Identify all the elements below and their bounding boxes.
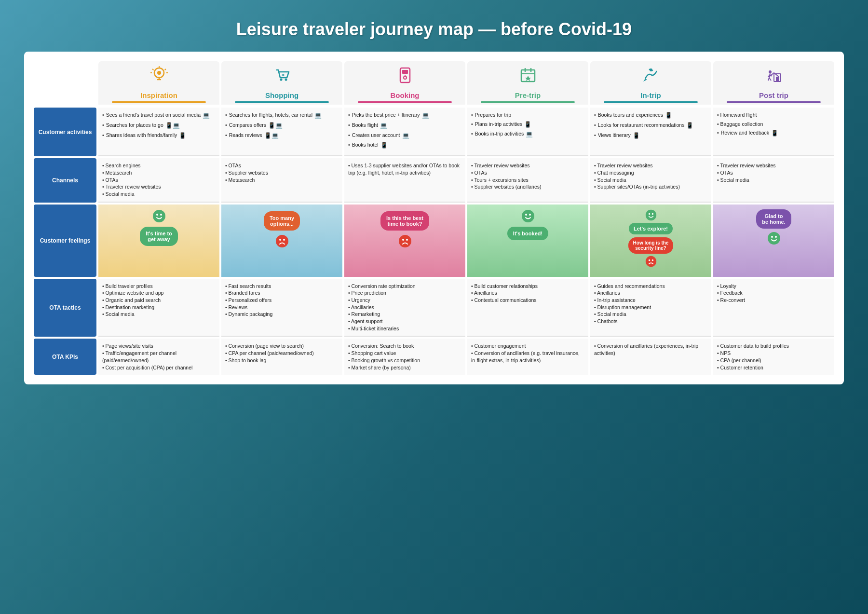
svg-point-39: [406, 239, 408, 241]
feeling-bubble-intrip-bad: How long is thesecurity line?: [628, 237, 674, 254]
happy-smiley-intrip: [645, 209, 657, 221]
channels-pretrip: • Traveler review websites • OTAs • Tour…: [467, 158, 588, 202]
posttrip-underline: [727, 101, 820, 103]
feeling-bubble-shopping: Too manyoptions...: [264, 211, 300, 231]
svg-point-38: [402, 239, 404, 241]
channels-posttrip: • Traveler review websites • OTAs • Soci…: [713, 158, 834, 202]
activities-inspiration: • Sees a friend's travel post on social …: [98, 108, 219, 156]
activities-label: Customer activities: [34, 108, 96, 156]
svg-point-36: [283, 239, 285, 241]
svg-marker-21: [525, 76, 531, 81]
tactics-booking: • Conversion rate optimization • Price p…: [344, 279, 465, 337]
tactics-pretrip: • Build customer relationships • Ancilla…: [467, 279, 588, 337]
intrip-icon: [641, 65, 661, 88]
inspiration-label: Inspiration: [140, 91, 177, 99]
feelings-section: Customer feelings It's time toget away T…: [34, 205, 834, 277]
activities-intrip: • Books tours and experiences 📱 • Looks …: [590, 108, 711, 156]
svg-point-33: [160, 214, 162, 216]
booking-icon: [395, 65, 415, 88]
intrip-underline: [604, 101, 697, 103]
kpis-section: OTA KPIs • Page views/site visits • Traf…: [34, 339, 834, 375]
svg-point-37: [399, 235, 411, 247]
feeling-posttrip: Glad tobe home.: [713, 205, 834, 277]
feeling-bubble-pretrip: It's booked!: [507, 227, 548, 240]
svg-point-9: [280, 79, 282, 81]
intrip-label: In-trip: [640, 91, 661, 99]
shopping-underline: [235, 101, 328, 103]
svg-point-15: [404, 76, 407, 79]
tactics-intrip: • Guides and recommendations • Ancillari…: [590, 279, 711, 337]
svg-point-50: [771, 236, 773, 238]
svg-point-41: [525, 214, 527, 216]
booking-label: Booking: [391, 91, 420, 99]
phase-header-inspiration: Inspiration: [98, 61, 219, 105]
svg-rect-14: [402, 70, 408, 74]
kpis-booking: • Conversion: Search to book • Shopping …: [344, 339, 465, 375]
inspiration-underline: [112, 101, 205, 103]
feeling-inspiration: It's time toget away: [98, 205, 219, 277]
phase-header-posttrip: Post trip: [713, 61, 834, 105]
pretrip-underline: [481, 101, 574, 103]
kpis-inspiration: • Page views/site visits • Traffic/engag…: [98, 339, 219, 375]
svg-point-42: [529, 214, 531, 216]
svg-point-32: [156, 214, 158, 216]
activities-posttrip: • Homeward flight • Baggage collection •…: [713, 108, 834, 156]
tactics-label: OTA tactics: [34, 279, 96, 337]
feeling-bubble-posttrip: Glad tobe home.: [756, 209, 791, 229]
booking-underline: [358, 101, 451, 103]
svg-line-5: [164, 69, 166, 70]
phase-header-shopping: Shopping: [221, 61, 342, 105]
svg-point-44: [648, 213, 650, 214]
tactics-inspiration: • Build traveler profiles • Optimize web…: [98, 279, 219, 337]
channels-label: Channels: [34, 158, 96, 202]
pretrip-label: Pre-trip: [515, 91, 541, 99]
happy-smiley-inspiration: [152, 209, 166, 223]
inspiration-icon: [149, 65, 169, 88]
channels-shopping: • OTAs • Supplier websites • Metasearch: [221, 158, 342, 202]
svg-point-40: [522, 210, 534, 222]
svg-line-28: [769, 78, 771, 81]
svg-rect-24: [776, 77, 779, 82]
svg-point-49: [768, 232, 780, 245]
sad-smiley-booking: [398, 234, 412, 248]
svg-point-48: [651, 259, 653, 260]
phase-header-intrip: In-trip: [590, 61, 711, 105]
activities-inspiration-content: • Sees a friend's travel post on social …: [102, 111, 216, 141]
header-row: Inspiration Shopping: [34, 61, 834, 105]
kpis-shopping: • Conversion (page view to search) • CPA…: [221, 339, 342, 375]
channels-section: Channels • Search engines • Metasearch •…: [34, 158, 834, 202]
posttrip-label: Post trip: [759, 91, 788, 99]
tactics-section: OTA tactics • Build traveler profiles • …: [34, 279, 834, 337]
tactics-shopping: • Fast search results • Branded fares • …: [221, 279, 342, 337]
activities-booking: • Picks the best price + Itinerary 💻 • B…: [344, 108, 465, 156]
shopping-label: Shopping: [265, 91, 298, 99]
feeling-bubble-inspiration: It's time toget away: [140, 227, 178, 246]
shopping-icon: [272, 65, 292, 88]
tactics-posttrip: • Loyalty • Feedback • Re-convert: [713, 279, 834, 337]
phase-header-pretrip: Pre-trip: [467, 61, 588, 105]
happy-smiley-pretrip: [521, 209, 535, 223]
svg-point-47: [648, 259, 650, 260]
feelings-label: Customer feelings: [34, 205, 96, 277]
svg-point-31: [153, 210, 165, 222]
svg-line-4: [152, 69, 154, 70]
sad-smiley-shopping: [275, 234, 289, 248]
svg-point-8: [157, 71, 161, 75]
svg-point-10: [285, 79, 287, 81]
svg-point-51: [775, 236, 777, 238]
svg-point-46: [645, 256, 656, 266]
activities-shopping: • Searches for flights, hotels, car rent…: [221, 108, 342, 156]
feeling-intrip: Let's explore! How long is thesecurity l…: [590, 205, 711, 277]
happy-smiley-posttrip: [767, 232, 781, 245]
feeling-bubble-intrip-good: Let's explore!: [629, 223, 673, 234]
svg-point-25: [769, 70, 772, 73]
channels-inspiration: • Search engines • Metasearch • OTAs • T…: [98, 158, 219, 202]
feeling-booking: Is this the besttime to book?: [344, 205, 465, 277]
phase-header-booking: Booking: [344, 61, 465, 105]
main-container: Inspiration Shopping: [24, 52, 844, 384]
svg-point-43: [645, 209, 656, 220]
svg-point-45: [651, 213, 653, 214]
kpis-pretrip: • Customer engagement • Conversion of an…: [467, 339, 588, 375]
pretrip-icon: [518, 65, 538, 88]
activities-section: Customer activities • Sees a friend's tr…: [34, 108, 834, 156]
